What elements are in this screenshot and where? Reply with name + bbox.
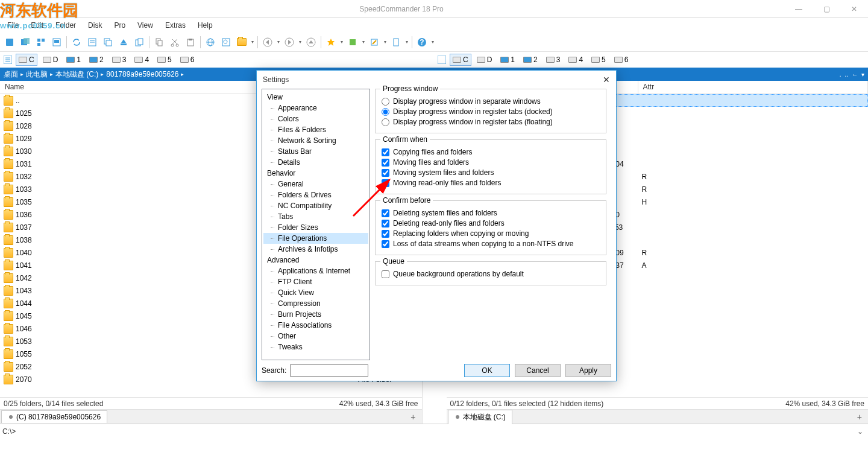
tree-category[interactable]: Behavior xyxy=(263,168,368,179)
tb-overlay-icon[interactable] xyxy=(18,35,33,49)
tb-folder-dropdown[interactable]: ▾ xyxy=(250,39,255,45)
tb-tag-icon[interactable] xyxy=(345,35,360,49)
settings-tree[interactable]: ViewAppearanceColorsFiles & FoldersNetwo… xyxy=(262,89,370,360)
tree-toggle-icon[interactable] xyxy=(4,56,12,64)
crumb[interactable]: 桌面 xyxy=(4,69,18,80)
tb-preview-icon[interactable] xyxy=(49,35,64,49)
tree-category[interactable]: View xyxy=(263,92,368,103)
drive-D[interactable]: D xyxy=(40,54,61,66)
menu-extras[interactable]: Extras xyxy=(160,20,190,31)
tb-doc-icon[interactable] xyxy=(389,35,403,49)
drive-3[interactable]: 3 xyxy=(109,54,130,66)
tree-item-archives-infotips[interactable]: Archives & Infotips xyxy=(263,244,368,255)
apply-button[interactable]: Apply xyxy=(565,364,611,377)
ok-button[interactable]: OK xyxy=(464,364,510,377)
tb-search-icon[interactable] xyxy=(219,35,233,49)
command-line[interactable]: C:\> ⌄ xyxy=(0,424,868,438)
tb-cascade-icon[interactable] xyxy=(101,35,115,49)
menu-file[interactable]: File xyxy=(2,20,24,31)
tb-forward-icon[interactable] xyxy=(282,35,297,49)
tb-clone-icon[interactable] xyxy=(132,35,146,49)
drive-5[interactable]: 5 xyxy=(588,54,609,66)
tb-cut-icon[interactable] xyxy=(168,35,182,49)
tree-item-tabs[interactable]: Tabs xyxy=(263,211,368,222)
close-button[interactable]: ✕ xyxy=(840,0,868,18)
menu-edit[interactable]: Edit xyxy=(26,20,48,31)
tree-item-applications-internet[interactable]: Applications & Internet xyxy=(263,266,368,276)
tb-up-icon[interactable] xyxy=(304,35,318,49)
drive-3[interactable]: 3 xyxy=(543,54,564,66)
minimize-button[interactable]: — xyxy=(785,0,813,18)
tree-item-file-associations[interactable]: File Associations xyxy=(263,320,368,331)
check-replace-folders[interactable]: Replacing folders when copying or moving xyxy=(382,229,600,238)
drive-6[interactable]: 6 xyxy=(611,54,632,66)
tb-help-dropdown[interactable]: ▾ xyxy=(430,39,435,45)
check-confirm-copy[interactable]: Copying files and folders xyxy=(382,148,600,156)
drive-4[interactable]: 4 xyxy=(565,54,586,66)
tb-tree-icon[interactable] xyxy=(34,35,48,49)
crumb[interactable]: 本地磁盘 (C:) xyxy=(55,69,98,80)
bc-btn[interactable]: ▾ xyxy=(861,71,864,78)
check-delete-system[interactable]: Deleting system files and folders xyxy=(382,209,600,217)
tb-refresh-icon[interactable] xyxy=(2,35,17,49)
tree-toggle-icon[interactable] xyxy=(438,56,446,64)
tb-edit-icon[interactable] xyxy=(367,35,382,49)
check-queue-default[interactable]: Queue background operations by default xyxy=(382,270,600,278)
tree-item-file-operations[interactable]: File Operations xyxy=(263,233,368,244)
tree-item-folders-drives[interactable]: Folders & Drives xyxy=(263,189,368,200)
col-attr[interactable]: Attr xyxy=(638,81,869,94)
bc-btn[interactable]: . xyxy=(840,71,841,78)
radio-progress-floating[interactable]: Display progress window in register tabs… xyxy=(382,118,600,126)
tb-tag-dropdown[interactable]: ▾ xyxy=(361,39,366,45)
drive-1[interactable]: 1 xyxy=(497,54,518,66)
tree-item-quick-view[interactable]: Quick View xyxy=(263,287,368,298)
tb-forward-dropdown[interactable]: ▾ xyxy=(298,39,303,45)
tree-item-details[interactable]: Details xyxy=(263,157,368,168)
menu-view[interactable]: View xyxy=(133,20,158,31)
tree-item-files-folders[interactable]: Files & Folders xyxy=(263,124,368,135)
command-input[interactable] xyxy=(16,426,855,437)
tree-item-nc-compatibility[interactable]: NC Compatibility xyxy=(263,200,368,211)
drive-1[interactable]: 1 xyxy=(63,54,84,66)
maximize-button[interactable]: ▢ xyxy=(813,0,840,18)
tab[interactable]: (C) 801789a9e59e005626 xyxy=(1,410,107,423)
menu-pro[interactable]: Pro xyxy=(109,20,130,31)
tree-item-burn-projects[interactable]: Burn Projects xyxy=(263,309,368,320)
menu-help[interactable]: Help xyxy=(193,20,218,31)
tb-doc-dropdown[interactable]: ▾ xyxy=(404,39,409,45)
check-confirm-move-readonly[interactable]: Moving read-only files and folders xyxy=(382,179,600,187)
check-delete-readonly[interactable]: Deleting read-only files and folders xyxy=(382,219,600,227)
tb-edit-dropdown[interactable]: ▾ xyxy=(383,39,388,45)
cancel-button[interactable]: Cancel xyxy=(515,364,561,377)
tb-paste-icon[interactable] xyxy=(183,35,198,49)
tb-copy-icon[interactable] xyxy=(152,35,166,49)
tree-item-network-sorting[interactable]: Network & Sorting xyxy=(263,135,368,146)
drive-6[interactable]: 6 xyxy=(177,54,198,66)
tab[interactable]: 本地磁盘 (C:) xyxy=(448,410,512,424)
crumb[interactable]: 801789a9e59e005626 xyxy=(106,70,178,78)
tb-folder-icon[interactable] xyxy=(234,35,249,49)
drive-D[interactable]: D xyxy=(474,54,495,66)
tree-item-ftp-client[interactable]: FTP Client xyxy=(263,276,368,287)
tb-back-icon[interactable] xyxy=(260,35,275,49)
new-tab-button[interactable]: + xyxy=(404,412,421,422)
menu-folder[interactable]: Folder xyxy=(51,20,81,31)
radio-progress-separate[interactable]: Display progress window in separate wind… xyxy=(382,97,600,106)
tree-item-appearance[interactable]: Appearance xyxy=(263,103,368,113)
tree-item-other[interactable]: Other xyxy=(263,331,368,342)
tb-help-icon[interactable]: ? xyxy=(415,35,429,49)
tb-eject-icon[interactable] xyxy=(116,35,131,49)
drive-5[interactable]: 5 xyxy=(154,54,175,66)
dialog-close-button[interactable]: ✕ xyxy=(603,75,610,84)
tree-category[interactable]: Advanced xyxy=(263,255,368,266)
tb-filter-icon[interactable] xyxy=(85,35,99,49)
check-data-streams[interactable]: Loss of data streams when copying to a n… xyxy=(382,240,600,248)
tree-item-colors[interactable]: Colors xyxy=(263,113,368,124)
tree-item-tweaks[interactable]: Tweaks xyxy=(263,342,368,352)
check-confirm-move[interactable]: Moving files and folders xyxy=(382,158,600,167)
tree-item-compression[interactable]: Compression xyxy=(263,298,368,309)
command-history-dropdown[interactable]: ⌄ xyxy=(855,427,866,436)
drive-4[interactable]: 4 xyxy=(131,54,152,66)
tree-item-status-bar[interactable]: Status Bar xyxy=(263,146,368,157)
tb-back-dropdown[interactable]: ▾ xyxy=(276,39,281,45)
